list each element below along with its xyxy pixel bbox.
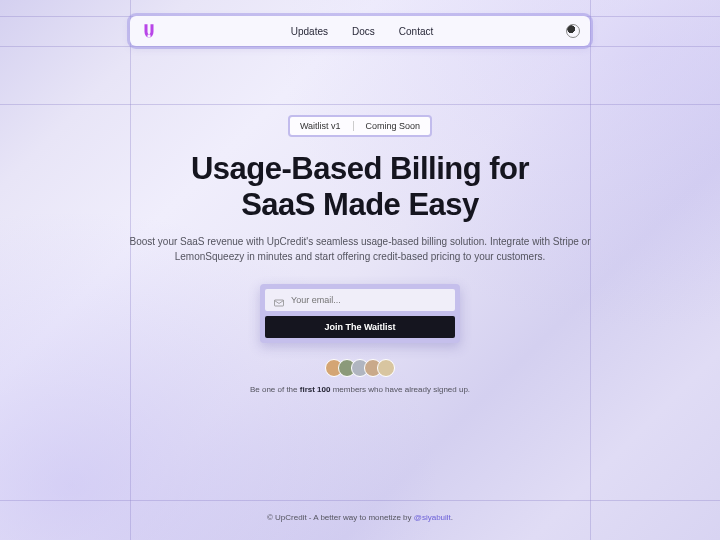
- subtitle: Boost your SaaS revenue with UpCredit's …: [120, 234, 600, 264]
- hero-section: Waitlist v1 Coming Soon Usage-Based Bill…: [90, 115, 630, 394]
- page-title: Usage-Based Billing for SaaS Made Easy: [90, 151, 630, 222]
- social-proof: Be one of the first 100 members who have…: [90, 385, 630, 394]
- svg-rect-0: [275, 300, 284, 306]
- logo[interactable]: [140, 22, 158, 40]
- badge-status: Coming Soon: [366, 121, 421, 131]
- theme-toggle[interactable]: [566, 24, 580, 38]
- logo-icon: [140, 22, 158, 40]
- avatar-stack: [90, 359, 630, 377]
- nav-link-contact[interactable]: Contact: [399, 26, 433, 37]
- author-link[interactable]: @siyabuilt: [414, 513, 451, 522]
- nav-link-updates[interactable]: Updates: [291, 26, 328, 37]
- badge-separator: [353, 121, 354, 131]
- avatar: [377, 359, 395, 377]
- badge-version: Waitlist v1: [300, 121, 341, 131]
- footer: © UpCredit - A better way to monetize by…: [267, 513, 453, 522]
- nav-links: Updates Docs Contact: [291, 26, 434, 37]
- email-icon: [273, 297, 285, 309]
- waitlist-form: Join The Waitlist: [260, 284, 460, 343]
- navbar: Updates Docs Contact: [130, 16, 590, 46]
- nav-link-docs[interactable]: Docs: [352, 26, 375, 37]
- status-badge: Waitlist v1 Coming Soon: [288, 115, 432, 137]
- join-waitlist-button[interactable]: Join The Waitlist: [265, 316, 455, 338]
- email-field[interactable]: [265, 289, 455, 311]
